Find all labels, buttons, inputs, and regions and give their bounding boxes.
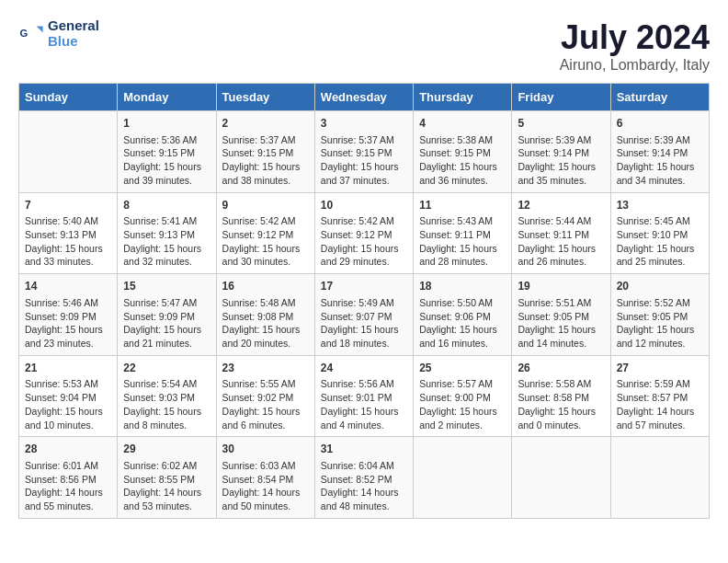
calendar-cell: 29Sunrise: 6:02 AM Sunset: 8:55 PM Dayli… [118, 437, 216, 519]
weekday-header: Friday [512, 84, 610, 111]
day-number: 15 [123, 279, 210, 294]
cell-content: Sunrise: 5:39 AM Sunset: 9:14 PM Dayligh… [617, 133, 703, 188]
day-number: 31 [321, 442, 407, 457]
day-number: 16 [222, 279, 309, 294]
day-number: 12 [518, 198, 604, 213]
cell-content: Sunrise: 5:46 AM Sunset: 9:09 PM Dayligh… [25, 296, 111, 350]
svg-marker-1 [37, 26, 43, 32]
calendar-cell: 17Sunrise: 5:49 AM Sunset: 9:07 PM Dayli… [314, 274, 413, 356]
weekday-header: Tuesday [216, 84, 314, 111]
calendar-cell: 13Sunrise: 5:45 AM Sunset: 9:10 PM Dayli… [610, 192, 709, 274]
cell-content: Sunrise: 5:42 AM Sunset: 9:12 PM Dayligh… [222, 214, 309, 269]
calendar-cell: 27Sunrise: 5:59 AM Sunset: 8:57 PM Dayli… [610, 355, 709, 437]
calendar-cell: 28Sunrise: 6:01 AM Sunset: 8:56 PM Dayli… [19, 437, 118, 519]
calendar-cell: 11Sunrise: 5:43 AM Sunset: 9:11 PM Dayli… [414, 192, 512, 274]
calendar-cell: 3Sunrise: 5:37 AM Sunset: 9:15 PM Daylig… [314, 111, 413, 193]
day-number: 6 [617, 116, 703, 132]
main-title: July 2024 [560, 18, 710, 57]
calendar-cell: 18Sunrise: 5:50 AM Sunset: 9:06 PM Dayli… [414, 274, 512, 356]
cell-content: Sunrise: 5:36 AM Sunset: 9:15 PM Dayligh… [123, 133, 210, 188]
calendar-cell: 16Sunrise: 5:48 AM Sunset: 9:08 PM Dayli… [216, 274, 314, 356]
svg-text:G: G [19, 27, 28, 38]
day-number: 21 [25, 361, 111, 376]
cell-content: Sunrise: 6:04 AM Sunset: 8:52 PM Dayligh… [321, 459, 407, 513]
calendar-cell: 25Sunrise: 5:57 AM Sunset: 9:00 PM Dayli… [414, 355, 512, 437]
day-number: 29 [123, 442, 210, 457]
day-number: 7 [25, 198, 111, 213]
calendar-cell: 22Sunrise: 5:54 AM Sunset: 9:03 PM Dayli… [118, 355, 216, 437]
calendar-week-row: 7Sunrise: 5:40 AM Sunset: 9:13 PM Daylig… [19, 192, 710, 274]
day-number: 17 [321, 279, 407, 294]
calendar-cell: 10Sunrise: 5:42 AM Sunset: 9:12 PM Dayli… [314, 192, 413, 274]
calendar-cell: 30Sunrise: 6:03 AM Sunset: 8:54 PM Dayli… [216, 437, 314, 519]
logo-icon: G [18, 21, 44, 47]
calendar-cell [512, 437, 610, 519]
cell-content: Sunrise: 5:52 AM Sunset: 9:05 PM Dayligh… [617, 296, 703, 350]
calendar-cell: 23Sunrise: 5:55 AM Sunset: 9:02 PM Dayli… [216, 355, 314, 437]
day-number: 24 [321, 361, 407, 376]
day-number: 8 [123, 198, 210, 213]
cell-content: Sunrise: 5:50 AM Sunset: 9:06 PM Dayligh… [419, 296, 506, 350]
day-number: 9 [222, 198, 309, 213]
calendar-cell: 20Sunrise: 5:52 AM Sunset: 9:05 PM Dayli… [610, 274, 709, 356]
weekday-header: Saturday [610, 84, 709, 111]
calendar-cell: 6Sunrise: 5:39 AM Sunset: 9:14 PM Daylig… [610, 111, 709, 193]
day-number: 23 [222, 361, 309, 376]
cell-content: Sunrise: 5:47 AM Sunset: 9:09 PM Dayligh… [123, 296, 210, 350]
day-number: 1 [123, 116, 210, 132]
day-number: 19 [518, 279, 604, 294]
day-number: 27 [617, 361, 703, 376]
cell-content: Sunrise: 5:51 AM Sunset: 9:05 PM Dayligh… [518, 296, 604, 350]
day-number: 13 [617, 198, 703, 213]
cell-content: Sunrise: 5:38 AM Sunset: 9:15 PM Dayligh… [419, 133, 506, 188]
day-number: 11 [419, 198, 506, 213]
cell-content: Sunrise: 5:53 AM Sunset: 9:04 PM Dayligh… [25, 377, 111, 431]
calendar-cell: 15Sunrise: 5:47 AM Sunset: 9:09 PM Dayli… [118, 274, 216, 356]
calendar-cell [610, 437, 709, 519]
weekday-header-row: SundayMondayTuesdayWednesdayThursdayFrid… [19, 84, 710, 111]
cell-content: Sunrise: 5:43 AM Sunset: 9:11 PM Dayligh… [419, 214, 506, 269]
calendar-week-row: 21Sunrise: 5:53 AM Sunset: 9:04 PM Dayli… [19, 355, 710, 437]
weekday-header: Thursday [414, 84, 512, 111]
cell-content: Sunrise: 6:03 AM Sunset: 8:54 PM Dayligh… [222, 459, 309, 513]
cell-content: Sunrise: 5:55 AM Sunset: 9:02 PM Dayligh… [222, 377, 309, 431]
day-number: 4 [419, 116, 506, 132]
cell-content: Sunrise: 5:49 AM Sunset: 9:07 PM Dayligh… [321, 296, 407, 350]
title-section: July 2024 Airuno, Lombardy, Italy [560, 18, 710, 74]
calendar-week-row: 28Sunrise: 6:01 AM Sunset: 8:56 PM Dayli… [19, 437, 710, 519]
cell-content: Sunrise: 5:54 AM Sunset: 9:03 PM Dayligh… [123, 377, 210, 431]
cell-content: Sunrise: 5:57 AM Sunset: 9:00 PM Dayligh… [419, 377, 506, 431]
day-number: 20 [617, 279, 703, 294]
page-header: G General Blue July 2024 Airuno, Lombard… [18, 18, 710, 74]
calendar-cell: 1Sunrise: 5:36 AM Sunset: 9:15 PM Daylig… [118, 111, 216, 193]
calendar-cell [19, 111, 118, 193]
logo-line2: Blue [48, 34, 99, 50]
cell-content: Sunrise: 6:01 AM Sunset: 8:56 PM Dayligh… [25, 459, 111, 513]
day-number: 30 [222, 442, 309, 457]
cell-content: Sunrise: 5:40 AM Sunset: 9:13 PM Dayligh… [25, 214, 111, 269]
calendar-cell: 14Sunrise: 5:46 AM Sunset: 9:09 PM Dayli… [19, 274, 118, 356]
day-number: 14 [25, 279, 111, 294]
cell-content: Sunrise: 5:56 AM Sunset: 9:01 PM Dayligh… [321, 377, 407, 431]
calendar-table: SundayMondayTuesdayWednesdayThursdayFrid… [18, 83, 710, 519]
calendar-cell: 5Sunrise: 5:39 AM Sunset: 9:14 PM Daylig… [512, 111, 610, 193]
calendar-cell: 2Sunrise: 5:37 AM Sunset: 9:15 PM Daylig… [216, 111, 314, 193]
day-number: 28 [25, 442, 111, 457]
day-number: 3 [321, 116, 407, 132]
calendar-cell: 26Sunrise: 5:58 AM Sunset: 8:58 PM Dayli… [512, 355, 610, 437]
calendar-cell: 9Sunrise: 5:42 AM Sunset: 9:12 PM Daylig… [216, 192, 314, 274]
calendar-cell [414, 437, 512, 519]
cell-content: Sunrise: 5:39 AM Sunset: 9:14 PM Dayligh… [518, 133, 604, 188]
day-number: 25 [419, 361, 506, 376]
calendar-cell: 12Sunrise: 5:44 AM Sunset: 9:11 PM Dayli… [512, 192, 610, 274]
subtitle: Airuno, Lombardy, Italy [560, 57, 710, 74]
day-number: 5 [518, 116, 604, 132]
cell-content: Sunrise: 5:45 AM Sunset: 9:10 PM Dayligh… [617, 214, 703, 269]
day-number: 2 [222, 116, 309, 132]
cell-content: Sunrise: 6:02 AM Sunset: 8:55 PM Dayligh… [123, 459, 210, 513]
weekday-header: Monday [118, 84, 216, 111]
weekday-header: Sunday [19, 84, 118, 111]
cell-content: Sunrise: 5:59 AM Sunset: 8:57 PM Dayligh… [617, 377, 703, 431]
calendar-cell: 19Sunrise: 5:51 AM Sunset: 9:05 PM Dayli… [512, 274, 610, 356]
calendar-cell: 31Sunrise: 6:04 AM Sunset: 8:52 PM Dayli… [314, 437, 413, 519]
